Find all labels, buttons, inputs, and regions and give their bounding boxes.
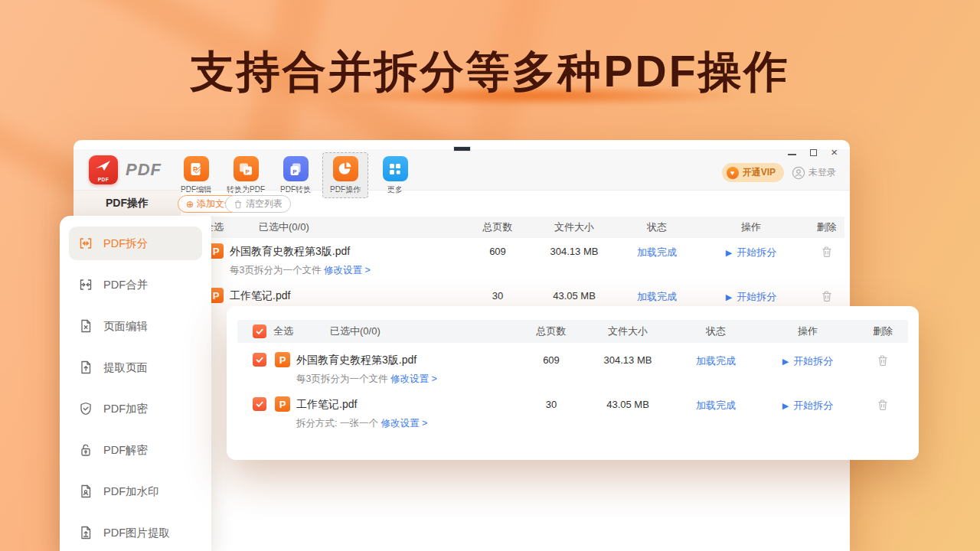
start-split-button[interactable]: ▶开始拆分: [758, 352, 858, 368]
sidebar-item-pdf-watermark[interactable]: PDF加水印: [69, 474, 202, 508]
table-row[interactable]: P 工作笔记.pdf 拆分方式: 一张一个 修改设置 > 30 43.05 MB…: [237, 396, 908, 430]
account-area: ♥ 开通VIP 未登录: [722, 163, 836, 182]
sidebar-item-pdf-image-extract[interactable]: PDF图片提取: [69, 516, 202, 549]
start-split-button[interactable]: ▶开始拆分: [694, 243, 808, 259]
row-checkbox[interactable]: [253, 353, 266, 367]
status-value: 加载完成: [674, 352, 758, 368]
selected-count: 已选中(0/0): [259, 220, 309, 234]
status-value: 加载完成: [620, 288, 694, 304]
encrypt-icon: [78, 401, 93, 416]
file-name: 工作笔记.pdf: [296, 396, 427, 412]
play-icon: ▶: [726, 292, 732, 302]
split-setting: 拆分方式: 一张一个: [296, 418, 378, 429]
brand-text: PDF: [126, 160, 162, 180]
sidebar-item-pdf-merge[interactable]: PDF合并: [69, 268, 202, 302]
sidebar-panel: PDF拆分 PDF合并 页面编辑 提取页面 PDF加密 PDF解密 PDF加水印…: [60, 216, 211, 551]
pages-value: 30: [521, 396, 582, 410]
sidebar-item-pdf-split[interactable]: PDF拆分: [69, 227, 202, 260]
pdf-edit-icon: P: [184, 156, 209, 181]
overlay-table-header: 全选 已选中(0/0) 总页数 文件大小 状态 操作 删除: [237, 320, 908, 343]
maximize-icon[interactable]: [810, 149, 817, 156]
status-value: 加载完成: [620, 243, 694, 259]
nav-item-more[interactable]: 更多: [372, 152, 418, 198]
clear-list-button[interactable]: 清空列表: [225, 195, 291, 213]
play-icon: ▶: [782, 357, 789, 366]
file-name: 工作笔记.pdf: [230, 288, 361, 303]
vip-heart-icon: ♥: [727, 167, 739, 179]
extract-page-icon: [78, 360, 93, 375]
start-split-button[interactable]: ▶开始拆分: [758, 396, 858, 412]
split-setting: 每3页拆分为一个文件: [230, 265, 321, 276]
select-all-label[interactable]: 全选: [273, 324, 293, 338]
delete-icon[interactable]: [877, 399, 889, 411]
sidebar-item-pdf-encrypt[interactable]: PDF加密: [69, 392, 202, 425]
pages-value: 609: [467, 243, 528, 257]
sidebar-item-pdf-decrypt[interactable]: PDF解密: [69, 433, 202, 467]
watermark-icon: [78, 484, 93, 499]
user-icon: [792, 166, 805, 180]
to-pdf-icon: P: [234, 156, 259, 181]
image-extract-icon: [78, 525, 93, 540]
decrypt-icon: [78, 442, 93, 458]
nav-item-to-pdf[interactable]: P 转换为PDF: [223, 152, 269, 198]
sidebar-item-extract-page[interactable]: 提取页面: [69, 350, 202, 384]
col-pages: 总页数: [521, 324, 582, 338]
size-value: 43.05 MB: [582, 396, 674, 410]
nav-item-pdf-ops[interactable]: PDF操作: [322, 152, 368, 198]
pdf-file-icon: P: [275, 396, 290, 412]
pages-value: 30: [467, 288, 528, 302]
play-icon: ▶: [726, 248, 732, 257]
select-all-checkbox[interactable]: [253, 324, 266, 338]
check-icon: [255, 399, 264, 409]
decorative-notch: [453, 146, 471, 152]
page-edit-icon: [78, 318, 93, 334]
more-grid-icon: [383, 156, 408, 181]
table-row[interactable]: P 外国教育史教程第3版.pdf 每3页拆分为一个文件 修改设置 > 609 3…: [237, 352, 908, 386]
divider: [74, 190, 850, 191]
pdf-convert-icon: P: [283, 156, 309, 181]
minimize-icon[interactable]: [788, 154, 796, 155]
delete-icon[interactable]: [821, 246, 833, 258]
login-button[interactable]: 未登录: [792, 166, 836, 180]
play-icon: ▶: [782, 401, 789, 410]
start-split-button[interactable]: ▶开始拆分: [694, 288, 808, 304]
zoomed-table-panel: 全选 已选中(0/0) 总页数 文件大小 状态 操作 删除 P 外国教育史教程第…: [227, 306, 919, 460]
check-icon: [255, 327, 264, 336]
modify-settings-link[interactable]: 修改设置 >: [381, 418, 427, 429]
delete-icon[interactable]: [877, 354, 889, 367]
col-status: 状态: [674, 324, 758, 338]
col-status: 状态: [620, 220, 694, 234]
merge-icon: [78, 277, 93, 292]
col-pages: 总页数: [467, 220, 528, 234]
status-value: 加载完成: [674, 396, 758, 412]
sidebar-item-page-edit[interactable]: 页面编辑: [69, 309, 202, 343]
svg-text:P: P: [246, 168, 250, 174]
row-checkbox[interactable]: [253, 397, 266, 411]
col-action: 操作: [758, 324, 858, 338]
check-icon: [255, 355, 264, 364]
file-table-header: 全选 已选中(0/0) 总页数 文件大小 状态 操作 删除: [204, 217, 844, 238]
close-icon[interactable]: ×: [831, 148, 838, 157]
modify-settings-link[interactable]: 修改设置 >: [390, 373, 437, 384]
modify-settings-link[interactable]: 修改设置 >: [324, 265, 371, 276]
pdf-file-icon: P: [275, 352, 290, 367]
nav-item-pdf-convert[interactable]: P PDF转换: [273, 152, 318, 198]
size-value: 43.05 MB: [528, 288, 620, 302]
col-size: 文件大小: [582, 324, 674, 338]
table-row[interactable]: P 外国教育史教程第3版.pdf 每3页拆分为一个文件 修改设置 > 609 3…: [204, 243, 844, 277]
app-logo: PDF PDF: [89, 155, 162, 184]
delete-icon[interactable]: [821, 290, 833, 302]
trash-icon: [234, 200, 243, 209]
vip-button[interactable]: ♥ 开通VIP: [722, 163, 784, 182]
pages-value: 609: [521, 352, 582, 366]
col-delete: 删除: [808, 220, 844, 234]
file-name: 外国教育史教程第3版.pdf: [296, 352, 437, 367]
size-value: 304.13 MB: [582, 352, 674, 366]
col-size: 文件大小: [528, 220, 620, 234]
col-delete: 删除: [858, 324, 908, 338]
window-controls: ×: [788, 148, 838, 157]
top-nav: P PDF编辑 P 转换为PDF P PDF转换 PDF操作 更多: [173, 152, 418, 198]
col-action: 操作: [694, 220, 808, 234]
split-setting: 每3页拆分为一个文件: [296, 373, 387, 384]
hero-title: 支持合并拆分等多种PDF操作: [0, 43, 980, 102]
